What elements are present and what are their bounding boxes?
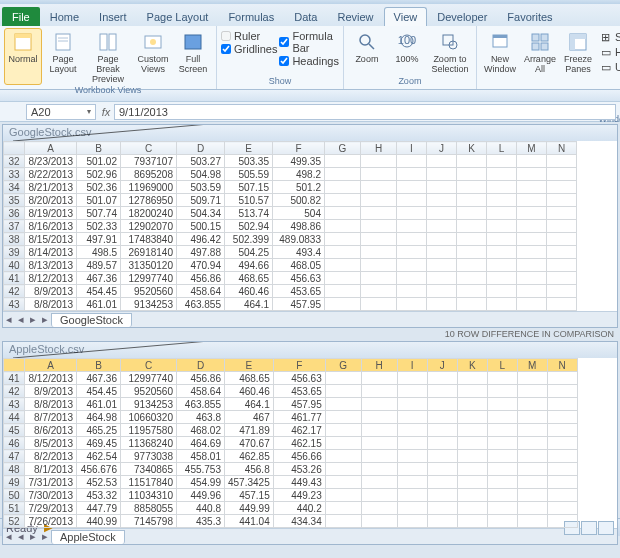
cell[interactable]: 463.855 — [177, 398, 225, 411]
row-header[interactable]: 40 — [4, 259, 25, 272]
unhide-button[interactable]: ▭Unhide — [597, 60, 620, 74]
full-screen-button[interactable]: Full Screen — [174, 28, 212, 85]
col-header[interactable]: H — [361, 142, 397, 155]
hide-button[interactable]: ▭Hide — [597, 45, 620, 59]
cell[interactable]: 440.8 — [177, 502, 225, 515]
cell[interactable] — [397, 463, 427, 476]
cell[interactable]: 453.26 — [273, 463, 325, 476]
row-header[interactable]: 33 — [4, 168, 25, 181]
cell[interactable]: 449.96 — [177, 489, 225, 502]
cell[interactable]: 8/6/2013 — [25, 424, 77, 437]
row-header[interactable]: 38 — [4, 233, 25, 246]
cell[interactable] — [361, 155, 397, 168]
cell[interactable] — [397, 168, 427, 181]
headings-checkbox[interactable]: Headings — [279, 55, 338, 67]
ruler-checkbox[interactable]: Ruler — [221, 30, 277, 42]
cell[interactable]: 7145798 — [121, 515, 177, 528]
cell[interactable]: 457.3425 — [225, 476, 274, 489]
cell[interactable] — [361, 411, 397, 424]
row-header[interactable]: 41 — [4, 272, 25, 285]
col-header[interactable]: E — [225, 142, 273, 155]
cell[interactable] — [325, 437, 361, 450]
cell[interactable] — [325, 259, 361, 272]
cell[interactable] — [397, 437, 427, 450]
cell[interactable] — [487, 476, 517, 489]
cell[interactable] — [547, 398, 577, 411]
cell[interactable] — [361, 476, 397, 489]
cell[interactable] — [517, 398, 547, 411]
cell[interactable] — [457, 194, 487, 207]
cell[interactable] — [487, 385, 517, 398]
cell[interactable]: 7937107 — [121, 155, 177, 168]
col-header[interactable]: H — [361, 359, 397, 372]
cell[interactable] — [487, 515, 517, 528]
cell[interactable] — [457, 220, 487, 233]
cell[interactable] — [547, 246, 577, 259]
cell[interactable] — [547, 194, 577, 207]
cell[interactable] — [517, 233, 547, 246]
cell[interactable]: 470.94 — [177, 259, 225, 272]
cell[interactable]: 434.34 — [273, 515, 325, 528]
cell[interactable]: 470.67 — [225, 437, 274, 450]
cell[interactable]: 502.96 — [77, 168, 121, 181]
zoom-to-selection-button[interactable]: Zoom to Selection — [428, 28, 472, 76]
cell[interactable]: 449.99 — [225, 502, 274, 515]
cell[interactable] — [517, 424, 547, 437]
cell[interactable]: 8/9/2013 — [25, 385, 77, 398]
cell[interactable] — [457, 398, 487, 411]
cell[interactable]: 455.753 — [177, 463, 225, 476]
page-layout-button[interactable]: Page Layout — [44, 28, 82, 85]
cell[interactable] — [427, 259, 457, 272]
fx-icon[interactable]: fx — [98, 106, 114, 118]
cell[interactable]: 464.98 — [77, 411, 121, 424]
row-header[interactable]: 36 — [4, 207, 25, 220]
cell[interactable] — [397, 207, 427, 220]
nav-first[interactable]: ◂ — [3, 313, 15, 326]
row-header[interactable]: 32 — [4, 155, 25, 168]
cell[interactable]: 456.86 — [177, 372, 225, 385]
cell[interactable] — [325, 515, 361, 528]
cell[interactable]: 8/23/2013 — [25, 155, 77, 168]
cell[interactable] — [325, 285, 361, 298]
cell[interactable]: 8/13/2013 — [25, 259, 77, 272]
cell[interactable] — [547, 259, 577, 272]
cell[interactable] — [427, 194, 457, 207]
cell[interactable] — [517, 285, 547, 298]
cell[interactable]: 467.36 — [77, 372, 121, 385]
cell[interactable] — [487, 372, 517, 385]
cell[interactable] — [517, 450, 547, 463]
select-all[interactable] — [4, 142, 25, 155]
cell[interactable] — [361, 194, 397, 207]
cell[interactable] — [427, 385, 457, 398]
cell[interactable]: 458.01 — [177, 450, 225, 463]
col-header[interactable]: E — [225, 359, 274, 372]
tab-data[interactable]: Data — [284, 7, 327, 26]
col-header[interactable]: M — [517, 142, 547, 155]
cell[interactable] — [427, 181, 457, 194]
cell[interactable]: 10660320 — [121, 411, 177, 424]
cell[interactable] — [547, 181, 577, 194]
grid-applestock[interactable]: ABCDEFGHIJKLMN418/12/2013467.36129977404… — [3, 358, 617, 528]
cell[interactable] — [517, 298, 547, 311]
cell[interactable] — [427, 489, 457, 502]
cell[interactable] — [457, 385, 487, 398]
cell[interactable] — [397, 285, 427, 298]
cell[interactable] — [547, 168, 577, 181]
cell[interactable] — [457, 298, 487, 311]
cell[interactable]: 449.23 — [273, 489, 325, 502]
cell[interactable] — [361, 285, 397, 298]
cell[interactable] — [487, 220, 517, 233]
cell[interactable]: 8/7/2013 — [25, 411, 77, 424]
cell[interactable]: 510.57 — [225, 194, 273, 207]
cell[interactable] — [517, 489, 547, 502]
cell[interactable]: 461.77 — [273, 411, 325, 424]
cell[interactable]: 468.65 — [225, 272, 273, 285]
row-header[interactable]: 45 — [4, 424, 25, 437]
cell[interactable]: 8/8/2013 — [25, 398, 77, 411]
cell[interactable] — [457, 272, 487, 285]
cell[interactable]: 8/16/2013 — [25, 220, 77, 233]
cell[interactable] — [427, 246, 457, 259]
cell[interactable]: 507.15 — [225, 181, 273, 194]
cell[interactable] — [517, 259, 547, 272]
cell[interactable] — [457, 437, 487, 450]
